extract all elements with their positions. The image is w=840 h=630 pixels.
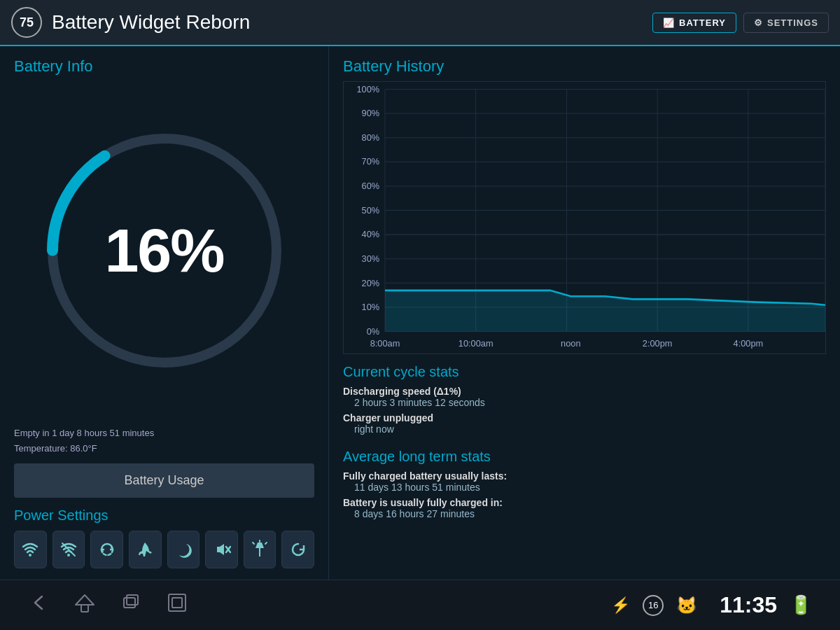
charger-value: right now [343,424,826,435]
discharging-value: 2 hours 3 minutes 12 seconds [343,397,826,408]
svg-text:70%: 70% [362,156,380,167]
bottombar: ⚡ 16 🐱 11:35 🔋 [0,580,840,630]
svg-text:100%: 100% [356,83,379,94]
main-content: Battery Info 16% Empty in 1 day 8 hours … [0,46,840,580]
svg-point-3 [67,554,70,556]
svg-text:noon: noon [561,337,580,348]
battery-chart-icon: 📈 [663,18,675,28]
power-settings-title: Power Settings [14,507,314,524]
airplane-icon-button[interactable] [129,531,162,568]
app-title: Battery Widget Reborn [52,11,652,34]
charger-label: Charger unplugged [343,412,826,424]
svg-text:2:00pm: 2:00pm [643,337,673,348]
svg-text:10:00am: 10:00am [458,337,493,348]
reset-icon-button[interactable] [281,531,314,568]
charged-stat: Fully charged battery usually lasts: 11 … [343,470,826,493]
svg-marker-5 [217,544,224,555]
svg-text:20%: 20% [362,277,380,288]
cycle-stats-title: Current cycle stats [343,364,826,380]
battery-usage-button[interactable]: Battery Usage [14,463,314,498]
gauge-percent: 16% [104,215,223,286]
discharging-label: Discharging speed (Δ1%) [343,386,826,397]
charge-time-value: 8 days 16 hours 27 minutes [343,508,826,519]
clock: 11:35 [720,592,777,618]
svg-line-9 [253,542,254,544]
status-icons: ⚡ 16 🐱 11:35 🔋 [611,592,812,618]
svg-text:80%: 80% [362,132,380,143]
charged-value: 11 days 13 hours 51 minutes [343,482,826,493]
mute-icon-button[interactable] [205,531,238,568]
refresh-icon-button[interactable] [90,531,123,568]
svg-point-2 [29,554,31,556]
svg-text:10%: 10% [362,302,380,312]
cat-icon: 🐱 [676,596,697,615]
charged-label: Fully charged battery usually lasts: [343,470,826,482]
empty-time: Empty in 1 day 8 hours 51 minutes [14,426,314,441]
svg-text:30%: 30% [362,253,380,264]
recents-icon[interactable] [120,592,141,618]
wifi-icon-button[interactable] [14,531,47,568]
svg-rect-51 [172,598,182,608]
svg-text:0%: 0% [367,326,380,336]
battery-meta: Empty in 1 day 8 hours 51 minutes Temper… [14,426,314,456]
settings-nav-button[interactable]: ⚙ SETTINGS [743,13,829,33]
topbar: 75 Battery Widget Reborn 📈 BATTERY ⚙ SET… [0,0,840,46]
charger-stat: Charger unplugged right now [343,412,826,435]
wifi-off-icon-button[interactable] [52,531,85,568]
temperature: Temperature: 86.0°F [14,441,314,456]
svg-text:50%: 50% [362,204,380,215]
svg-rect-47 [81,605,88,612]
svg-rect-50 [169,594,186,611]
screenshot-icon[interactable] [167,592,188,618]
right-panel: Battery History [329,46,840,580]
battery-history-chart: 100% 90% 80% 70% 60% 50% 40% 30% 20% 10%… [344,82,825,354]
battery-indicator-icon: 🔋 [790,594,812,616]
svg-text:4:00pm: 4:00pm [734,337,764,348]
charge-time-label: Battery is usually fully charged in: [343,497,826,508]
svg-rect-48 [124,598,135,608]
battery-history-title: Battery History [343,57,826,76]
back-icon[interactable] [28,592,49,618]
home-icon[interactable] [74,592,95,618]
discharging-stat: Discharging speed (Δ1%) 2 hours 3 minute… [343,386,826,408]
svg-text:8:00am: 8:00am [370,337,400,348]
battery-info-title: Battery Info [14,57,314,76]
left-panel: Battery Info 16% Empty in 1 day 8 hours … [0,46,329,580]
svg-line-10 [265,542,267,544]
svg-marker-46 [76,595,94,605]
chart-container: 100% 90% 80% 70% 60% 50% 40% 30% 20% 10%… [343,81,826,354]
svg-rect-49 [127,595,138,605]
svg-text:60%: 60% [362,181,380,191]
gauge-container: 16% [14,83,314,419]
battery-badge: 75 [11,7,42,38]
power-icons-container [14,531,314,568]
flashlight-icon-button[interactable] [244,531,276,568]
svg-text:40%: 40% [362,229,380,239]
usb-icon: ⚡ [611,596,630,615]
status-badge-small: 16 [643,595,664,616]
top-nav: 📈 BATTERY ⚙ SETTINGS [652,13,829,33]
avg-stats-title: Average long term stats [343,449,826,465]
nav-icons [28,592,611,618]
moon-icon-button[interactable] [167,531,200,568]
battery-nav-button[interactable]: 📈 BATTERY [652,13,736,33]
gear-icon: ⚙ [754,18,763,28]
svg-text:90%: 90% [362,108,380,118]
charge-time-stat: Battery is usually fully charged in: 8 d… [343,497,826,519]
